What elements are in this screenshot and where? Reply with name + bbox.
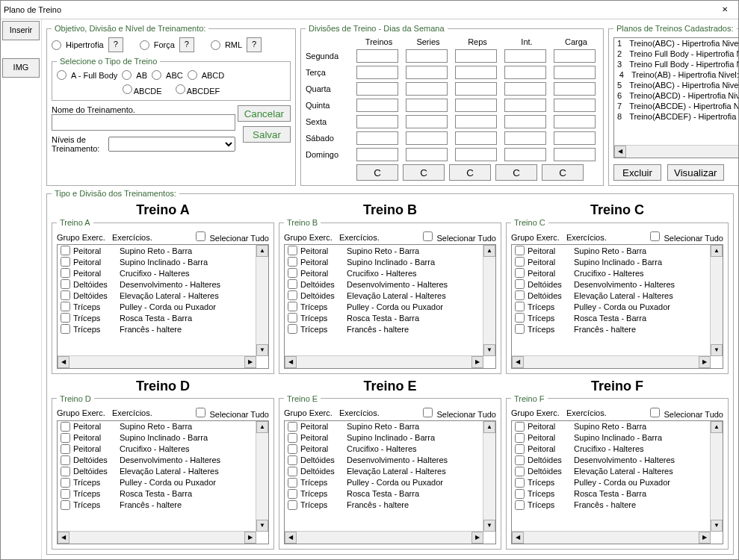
exercicio-checkbox[interactable] [288,478,297,488]
exercicio-row[interactable]: DeltóidesDesenvolvimento - Halteres [58,455,256,466]
cancelar-button[interactable]: Cancelar [238,105,291,122]
exercicio-row[interactable]: TrícepsRosca Testa - Barra [58,488,256,500]
day-cell-input[interactable] [504,131,546,145]
exercicio-checkbox[interactable] [515,324,525,334]
exercicio-row[interactable]: DeltóidesElevação Lateral - Halteres [512,290,711,301]
exercicio-row[interactable]: DeltóidesElevação Lateral - Halteres [58,290,256,301]
day-cell-input[interactable] [356,148,398,161]
exercicio-row[interactable]: PeitoralSupino Reto - Barra [512,245,711,256]
exercicio-checkbox[interactable] [288,302,297,311]
exercicio-checkbox[interactable] [288,313,297,323]
day-c-button[interactable]: C [356,164,398,181]
planos-list-item[interactable]: 3Treino Full Body - Hipertrofia Nivel: A… [614,59,738,69]
planos-list-item[interactable]: 8Treino(ABCDEF) - Hipertrofia Nivel: Ava… [614,111,738,122]
exercicio-row[interactable]: PeitoralSupino Inclinado - Barra [512,432,711,444]
exercicio-row[interactable]: DeltóidesDesenvolvimento - Halteres [512,455,711,466]
scroll-left-icon[interactable]: ◀ [512,532,524,544]
exercicio-checkbox[interactable] [288,433,297,443]
scroll-left-icon[interactable]: ◀ [285,356,297,368]
inserir-button[interactable]: Inserir [2,21,40,40]
exercicio-checkbox[interactable] [61,313,70,323]
exercicio-row[interactable]: PeitoralCrucifixo - Halteres [285,267,483,279]
scroll-up-icon[interactable]: ▲ [483,421,495,433]
planos-list-item[interactable]: 1Treino(ABC) - Hipertrofia Nivel: Avança… [614,38,738,49]
radio-ab[interactable]: AB [122,70,147,80]
exercicio-checkbox[interactable] [515,500,525,510]
exercicio-list[interactable]: PeitoralSupino Reto - BarraPeitoralSupin… [511,420,723,545]
exercicio-checkbox[interactable] [288,268,297,278]
day-cell-input[interactable] [504,82,546,96]
day-cell-input[interactable] [356,49,398,63]
exercicio-list[interactable]: PeitoralSupino Reto - BarraPeitoralSupin… [511,244,723,369]
exercicio-row[interactable]: PeitoralSupino Inclinado - Barra [58,432,256,444]
scrollbar-h[interactable]: ◀▶ [58,355,256,368]
scroll-up-icon[interactable]: ▲ [711,421,723,433]
exercicio-row[interactable]: PeitoralCrucifixo - Halteres [512,267,711,279]
scrollbar-h[interactable]: ◀ ▶ [614,145,738,158]
exercicio-row[interactable]: PeitoralSupino Inclinado - Barra [58,256,256,267]
radio-a[interactable]: A - Full Body [57,70,117,80]
exercicio-row[interactable]: PeitoralSupino Reto - Barra [58,421,256,432]
exercicio-row[interactable]: TrícepsPulley - Corda ou Puxador [285,301,483,312]
exercicio-list[interactable]: PeitoralSupino Reto - BarraPeitoralSupin… [284,420,496,545]
day-cell-input[interactable] [504,115,546,128]
exercicio-checkbox[interactable] [515,268,525,278]
scrollbar-v[interactable]: ▲▼ [483,421,495,532]
exercicio-checkbox[interactable] [288,444,297,454]
exercicio-checkbox[interactable] [61,257,70,267]
planos-list-item[interactable]: 2Treino Full Body - Hipertrofia Nivel: A… [614,49,738,59]
exercicio-row[interactable]: TrícepsPulley - Corda ou Puxador [512,477,711,488]
day-cell-input[interactable] [356,115,398,128]
day-cell-input[interactable] [406,82,448,96]
day-cell-input[interactable] [406,148,448,161]
exercicio-row[interactable]: TrícepsPulley - Corda ou Puxador [285,477,483,488]
exercicio-checkbox[interactable] [288,257,297,267]
day-cell-input[interactable] [554,66,596,79]
niveis-select[interactable] [108,137,235,152]
scroll-up-icon[interactable]: ▲ [256,421,268,433]
planos-list-item[interactable]: 6Treino(ABCD) - Hipertrofia Nivel: Avanç… [614,90,738,101]
exercicio-checkbox[interactable] [515,444,525,454]
exercicio-checkbox[interactable] [515,455,525,465]
scrollbar-v[interactable]: ▲▼ [483,245,495,356]
exercicio-row[interactable]: PeitoralSupino Inclinado - Barra [285,432,483,444]
exercicio-checkbox[interactable] [515,279,525,289]
scrollbar-v[interactable]: ▲▼ [256,421,268,532]
scrollbar-v[interactable]: ▲▼ [710,245,723,356]
exercicio-checkbox[interactable] [288,489,297,499]
day-cell-input[interactable] [455,82,497,96]
excluir-button[interactable]: Excluir [613,164,661,181]
help-forca-button[interactable]: ? [179,37,194,52]
exercicio-checkbox[interactable] [288,455,297,465]
day-cell-input[interactable] [504,66,546,79]
selecionar-tudo-checkbox[interactable]: Selecionar Tudo [650,408,723,419]
selecionar-tudo-checkbox[interactable]: Selecionar Tudo [196,408,269,419]
exercicio-checkbox[interactable] [61,422,70,432]
scroll-left-icon[interactable]: ◀ [512,356,524,368]
day-cell-input[interactable] [504,148,546,161]
day-c-button[interactable]: C [495,164,537,181]
exercicio-row[interactable]: DeltóidesElevação Lateral - Halteres [285,466,483,477]
radio-hipertrofia[interactable]: Hipertrofia [52,40,104,50]
exercicio-row[interactable]: DeltóidesDesenvolvimento - Halteres [512,279,711,290]
scroll-right-icon[interactable]: ▶ [699,532,711,544]
exercicio-checkbox[interactable] [61,279,70,289]
exercicio-row[interactable]: TrícepsFrancês - haltere [512,500,711,511]
exercicio-row[interactable]: TrícepsRosca Testa - Barra [58,312,256,323]
exercicio-row[interactable]: TrícepsFrancês - haltere [285,323,483,335]
visualizar-button[interactable]: Visualizar [667,164,724,181]
scroll-down-icon[interactable]: ▼ [256,520,268,532]
day-cell-input[interactable] [504,49,546,63]
exercicio-row[interactable]: TrícepsRosca Testa - Barra [285,488,483,500]
planos-list-item[interactable]: 5Treino(ABC) - Hipertrofia Nivel: Avança… [614,80,738,90]
scrollbar-v[interactable]: ▲▼ [710,421,723,532]
exercicio-checkbox[interactable] [61,433,70,443]
scrollbar-h[interactable]: ◀▶ [512,355,711,368]
exercicio-row[interactable]: TrícepsRosca Testa - Barra [285,312,483,323]
scroll-right-icon[interactable]: ▶ [244,532,256,544]
exercicio-row[interactable]: TrícepsPulley - Corda ou Puxador [512,301,711,312]
scroll-left-icon[interactable]: ◀ [58,532,69,544]
scrollbar-h[interactable]: ◀▶ [285,355,483,368]
exercicio-row[interactable]: PeitoralSupino Reto - Barra [285,245,483,256]
exercicio-checkbox[interactable] [515,302,525,311]
